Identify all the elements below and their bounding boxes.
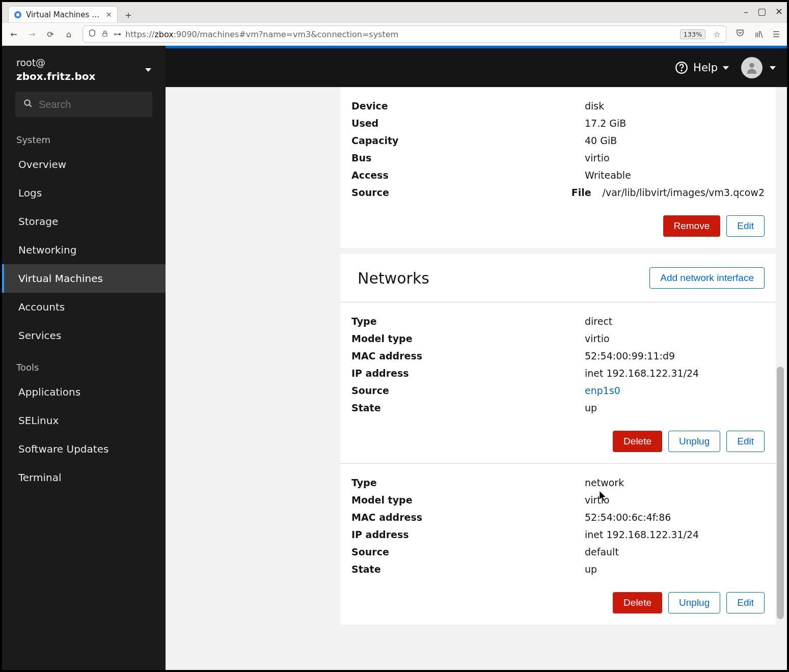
svg-point-1 [16,13,19,16]
main-scroll-area[interactable]: DevicediskUsed17.2 GiBCapacity40 GiBBusv… [329,46,787,670]
nic-row-key: Model type [351,494,585,506]
zoom-badge[interactable]: 133% [680,30,705,39]
nic-row-value: virtio [585,494,610,506]
disk-row: SourceFile/var/lib/libvirt/images/vm3.qc… [351,184,765,201]
nic-edit-button[interactable]: Edit [726,431,765,452]
user-icon [745,61,759,75]
browser-window: Virtual Machines - root@ ✕ ＋ – ▢ ✕ ← → ⟳… [0,0,789,672]
nic-row: Model typevirtio [351,491,765,509]
nic-delete-button[interactable]: Delete [613,431,662,452]
disk-row-key: Device [351,100,585,111]
chevron-down-icon [145,68,151,72]
nic-row: Stateup [351,399,765,416]
disk-row: Busvirtio [351,149,765,166]
tab-close-icon[interactable]: ✕ [105,10,112,19]
nic-unplug-button[interactable]: Unplug [668,431,720,452]
help-menu[interactable]: Help [675,61,729,74]
key-icon[interactable]: ⊶ [114,30,120,39]
nic-row-key: IP address [351,529,585,540]
minimize-icon[interactable]: – [744,6,748,17]
sidebar-item-overview[interactable]: Overview [2,150,166,179]
disk-source-path: /var/lib/libvirt/images/vm3.qcow2 [603,187,765,198]
disk-remove-button[interactable]: Remove [663,215,721,237]
help-label: Help [693,62,718,74]
nic-row: Typedirect [351,313,765,330]
library-icon[interactable]: ııl\ [755,30,763,39]
nic-row: Sourcedefault [351,543,765,561]
sidebar-item-services[interactable]: Services [2,321,166,350]
chevron-down-icon[interactable] [770,66,776,70]
lock-icon[interactable] [101,30,108,39]
nic-row: Sourceenp1s0 [351,382,765,399]
tab-bar: Virtual Machines - root@ ✕ ＋ – ▢ ✕ [2,2,787,22]
sidebar-item-accounts[interactable]: Accounts [2,293,166,321]
hamburger-menu-icon[interactable]: ☰ [773,30,780,39]
add-network-interface-button[interactable]: Add network interface [649,267,765,289]
user-avatar[interactable] [741,57,763,78]
nic-edit-button[interactable]: Edit [726,592,765,613]
scrollbar-thumb[interactable] [777,367,784,619]
svg-point-4 [681,70,682,71]
sidebar-search[interactable] [15,92,152,117]
disk-source-type: File [572,187,591,198]
nic-row-value: inet 192.168.122.31/24 [585,529,699,540]
disk-edit-button[interactable]: Edit [726,215,765,237]
sidebar-item-applications[interactable]: Applications [2,378,166,406]
close-window-icon[interactable]: ✕ [775,6,783,17]
url-bar[interactable]: ⊶ https://zbox:9090/machines#vm?name=vm3… [83,25,726,43]
disk-row-key: Used [351,118,585,129]
nic-row-key: Type [351,316,585,327]
nic-unplug-button[interactable]: Unplug [668,592,720,613]
nic-source-link[interactable]: enp1s0 [585,385,620,396]
disk-row: AccessWriteable [351,166,765,184]
reload-icon[interactable]: ⟳ [46,30,55,39]
disk-row-key: Access [351,170,585,181]
host-switcher[interactable]: root@ zbox.fritz.box [2,51,166,92]
disk-row: Devicedisk [351,97,765,115]
tab-title: Virtual Machines - root@ [26,10,101,19]
sidebar-item-networking[interactable]: Networking [2,236,166,264]
app-topbar: Help [166,48,787,87]
sidebar-item-storage[interactable]: Storage [2,207,166,236]
nic-row-value: virtio [585,333,610,344]
help-icon [675,61,688,74]
disk-row-value: virtio [585,152,610,163]
scrollbar[interactable] [777,92,784,665]
sidebar-item-logs[interactable]: Logs [2,179,166,207]
home-icon[interactable]: ⌂ [64,30,73,39]
bookmark-star-icon[interactable]: ☆ [714,30,721,39]
nic-row: MAC address52:54:00:99:11:d9 [351,347,765,365]
browser-tab[interactable]: Virtual Machines - root@ ✕ [8,6,118,22]
disk-row: Used17.2 GiB [351,115,765,132]
svg-line-7 [29,104,32,107]
window-controls: – ▢ ✕ [744,6,783,17]
nic-row: Stateup [351,561,765,578]
disk-row-value: 40 GiB [585,135,617,146]
nic-row-key: State [351,564,585,575]
new-tab-button[interactable]: ＋ [121,7,136,22]
chevron-down-icon [723,66,729,70]
pocket-icon[interactable] [736,29,745,40]
shield-icon[interactable] [88,29,96,39]
back-icon[interactable]: ← [9,30,18,39]
svg-point-5 [749,63,754,68]
nic-delete-button[interactable]: Delete [613,592,662,613]
disk-row-value: disk [585,100,604,111]
network-interface: TypedirectModel typevirtioMAC address52:… [340,302,776,428]
sidebar-item-software-updates[interactable]: Software Updates [2,435,166,463]
sidebar-item-virtual-machines[interactable]: Virtual Machines [2,264,166,293]
nav-section-system: System [2,122,166,150]
nic-row-key: Type [351,477,585,488]
nic-row: IP addressinet 192.168.122.31/24 [351,526,765,543]
sidebar-item-selinux[interactable]: SELinux [2,406,166,435]
host-name: zbox.fritz.box [16,70,95,82]
nic-row-value: direct [585,316,612,327]
nic-row-key: IP address [351,368,585,379]
maximize-icon[interactable]: ▢ [757,6,766,17]
nic-row-key: Source [351,546,585,557]
nic-row-key: MAC address [351,512,585,523]
nic-row: IP addressinet 192.168.122.31/24 [351,365,765,382]
sidebar-item-terminal[interactable]: Terminal [2,463,166,492]
cockpit-app: Help root@ zbox.fritz.box [2,46,787,670]
search-input[interactable] [39,99,168,110]
